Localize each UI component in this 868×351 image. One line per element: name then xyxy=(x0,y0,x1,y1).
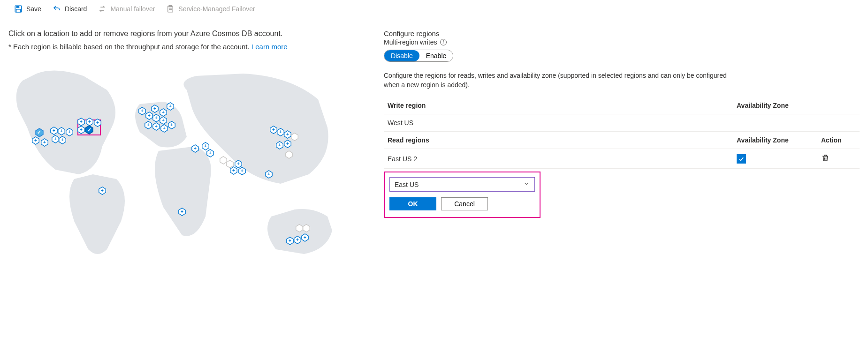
chevron-down-icon xyxy=(523,180,530,188)
undo-icon xyxy=(53,5,61,13)
az-checkbox[interactable] xyxy=(737,154,746,164)
save-label: Save xyxy=(26,5,41,13)
svg-marker-50 xyxy=(303,224,310,232)
region-marker[interactable]: + xyxy=(65,128,74,136)
toggle-disable[interactable]: Disable xyxy=(384,50,419,61)
service-managed-label: Service-Managed Failover xyxy=(178,5,255,13)
dropdown-value: East US xyxy=(395,181,419,188)
ok-button[interactable]: OK xyxy=(389,197,436,210)
region-marker[interactable]: + xyxy=(159,108,168,117)
billing-note: * Each region is billable based on the t… xyxy=(8,43,356,51)
multi-region-writes-label: Multi-region writes i xyxy=(384,38,860,46)
write-region-table: Write region Availability Zone West US R… xyxy=(384,97,860,169)
region-marker[interactable]: + xyxy=(98,187,107,195)
region-marker[interactable]: + xyxy=(234,160,243,168)
write-region-header: Write region xyxy=(384,97,733,114)
save-icon xyxy=(14,5,23,13)
configure-regions-title: Configure regions xyxy=(384,30,860,37)
clipboard-icon xyxy=(166,5,175,13)
region-marker[interactable]: + xyxy=(301,233,309,242)
region-marker[interactable]: + xyxy=(178,208,186,216)
region-marker[interactable]: + xyxy=(151,105,159,113)
regions-description: Configure the regions for reads, writes … xyxy=(384,71,740,90)
learn-more-link[interactable]: Learn more xyxy=(251,43,288,51)
info-icon[interactable]: i xyxy=(440,39,447,45)
region-marker[interactable]: + xyxy=(40,138,49,147)
region-marker[interactable]: + xyxy=(168,121,176,129)
world-map[interactable]: // placeholder to keep order; markers ad… xyxy=(8,62,346,263)
region-marker[interactable]: + xyxy=(144,121,152,129)
read-region-value: East US 2 xyxy=(384,149,733,169)
region-marker[interactable]: + xyxy=(152,122,160,131)
multi-region-toggle[interactable]: Disable Enable xyxy=(384,50,453,62)
write-region-value: West US xyxy=(384,114,733,132)
manual-failover-label: Manual failover xyxy=(110,5,155,13)
region-marker[interactable]: + xyxy=(283,140,292,148)
svg-rect-1 xyxy=(16,6,20,8)
region-marker[interactable]: ✓ xyxy=(84,125,94,134)
toggle-enable[interactable]: Enable xyxy=(419,50,453,61)
region-marker[interactable]: + xyxy=(93,119,102,127)
swap-icon xyxy=(98,5,107,13)
region-marker[interactable]: + xyxy=(265,170,273,179)
region-marker[interactable] xyxy=(285,150,293,159)
write-region-row: West US xyxy=(384,114,860,132)
save-button[interactable]: Save xyxy=(14,5,41,13)
svg-rect-2 xyxy=(16,9,21,12)
region-marker[interactable]: + xyxy=(206,149,214,157)
manual-failover-button: Manual failover xyxy=(98,5,155,13)
az-header-2: Availability Zone xyxy=(733,132,817,149)
note-prefix: * Each region is billable based on the t… xyxy=(8,43,251,51)
toolbar: Save Discard Manual failover Service-Man… xyxy=(0,0,868,18)
region-marker[interactable]: + xyxy=(191,144,199,153)
cancel-button[interactable]: Cancel xyxy=(441,197,488,210)
discard-label: Discard xyxy=(65,5,87,13)
multi-region-text: Multi-region writes xyxy=(384,38,437,46)
map-svg xyxy=(8,62,346,263)
region-marker[interactable]: + xyxy=(57,127,66,135)
svg-marker-42 xyxy=(291,133,298,141)
add-region-box: East US OK Cancel xyxy=(384,172,541,218)
region-dropdown[interactable]: East US xyxy=(389,177,535,192)
region-marker[interactable]: + xyxy=(58,136,67,144)
action-header: Action xyxy=(817,132,860,149)
region-marker[interactable]: + xyxy=(275,141,284,149)
az-header: Availability Zone xyxy=(733,97,817,114)
region-marker[interactable]: + xyxy=(31,136,40,145)
region-marker[interactable] xyxy=(302,224,311,232)
region-marker[interactable]: ✓ xyxy=(35,128,43,136)
read-regions-header: Read regions xyxy=(384,132,733,149)
read-region-row: East US 2 xyxy=(384,149,860,169)
svg-marker-45 xyxy=(286,151,292,158)
delete-region-button[interactable] xyxy=(821,156,830,164)
intro-text: Click on a location to add or remove reg… xyxy=(8,30,356,38)
discard-button[interactable]: Discard xyxy=(53,5,87,13)
service-managed-failover-button: Service-Managed Failover xyxy=(166,5,255,13)
